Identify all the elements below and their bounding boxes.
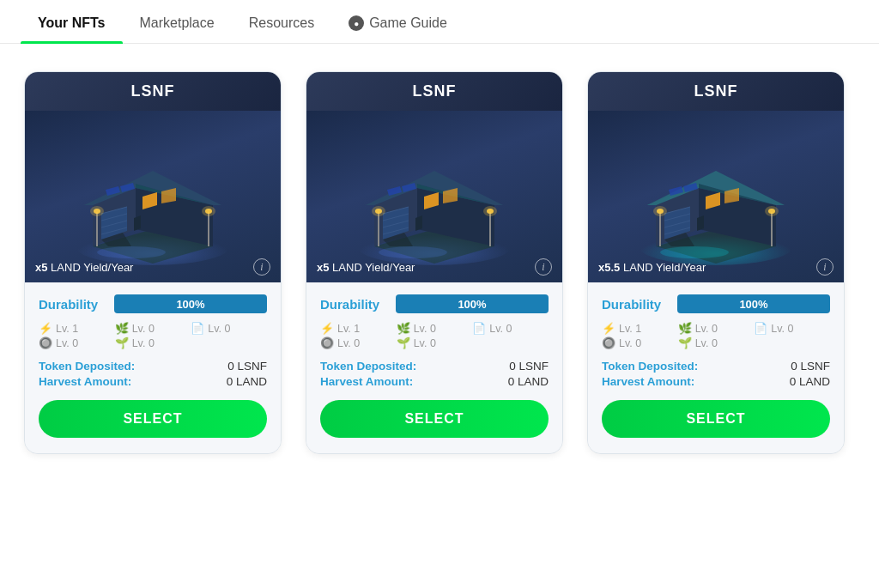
level-label-1-2: Lv. 0 — [132, 323, 155, 335]
nav-label-your-nfts: Your NFTs — [38, 15, 106, 30]
select-button-1[interactable]: SELECT — [39, 400, 267, 438]
yield-num-3: x5.5 — [598, 261, 620, 274]
token-deposited-label-2: Token Deposited: — [320, 360, 416, 373]
level-icon-3-2: 🌿 — [678, 322, 692, 335]
svg-marker-64 — [697, 215, 704, 231]
level-label-1-3: Lv. 0 — [208, 323, 230, 335]
svg-marker-39 — [415, 215, 422, 231]
level-icon-3-4: 🔘 — [602, 336, 615, 349]
harvest-amount-row-2: Harvest Amount: 0 LAND — [320, 375, 549, 388]
level-icon-1-1: ⚡ — [39, 322, 52, 335]
nft-card-2: LSNF — [306, 71, 563, 454]
harvest-amount-value-3: 0 LAND — [790, 375, 830, 388]
level-label-2-4: Lv. 0 — [337, 337, 360, 349]
level-item-2-4: 🔘 Lv. 0 — [320, 336, 397, 349]
level-item-1-3: 📄 Lv. 0 — [191, 322, 267, 335]
cards-container: LSNF — [0, 44, 879, 482]
info-icon-3[interactable]: i — [816, 258, 834, 276]
level-item-3-5: 🌱 Lv. 0 — [678, 336, 755, 349]
level-icon-3-5: 🌱 — [678, 336, 692, 349]
yield-num-2: x5 — [317, 261, 329, 274]
level-icon-1-2: 🌿 — [115, 322, 129, 335]
level-icon-1-4: 🔘 — [39, 336, 52, 349]
card-body-2: Durability 100% ⚡ Lv. 1 🌿 Lv. 0 — [306, 282, 562, 453]
level-label-3-1: Lv. 1 — [619, 323, 641, 335]
levels-grid-3: ⚡ Lv. 1 🌿 Lv. 0 📄 Lv. 0 🔘 — [602, 322, 830, 349]
durability-row-2: Durability 100% — [320, 294, 549, 313]
svg-marker-14 — [134, 215, 141, 231]
level-icon-3-1: ⚡ — [602, 322, 615, 335]
nav-item-resources[interactable]: Resources — [232, 0, 331, 43]
nav-item-game-guide[interactable]: ● Game Guide — [331, 0, 464, 43]
nav-label-game-guide: Game Guide — [369, 15, 447, 31]
level-icon-1-3: 📄 — [191, 322, 204, 335]
svg-point-22 — [97, 246, 166, 258]
card-title-1: LSNF — [131, 82, 175, 100]
token-info-3: Token Deposited: 0 LSNF Harvest Amount: … — [602, 360, 830, 388]
level-label-1-4: Lv. 0 — [56, 337, 78, 349]
nav-item-marketplace[interactable]: Marketplace — [123, 0, 232, 43]
token-info-1: Token Deposited: 0 LSNF Harvest Amount: … — [39, 360, 267, 388]
level-item-3-2: 🌿 Lv. 0 — [678, 322, 755, 335]
durability-label-1: Durability — [39, 297, 107, 312]
level-icon-1-5: 🌱 — [115, 336, 129, 349]
info-icon-2[interactable]: i — [535, 258, 552, 276]
level-icon-2-1: ⚡ — [320, 322, 334, 335]
svg-point-17 — [90, 206, 104, 216]
select-button-3[interactable]: SELECT — [602, 400, 830, 438]
token-deposited-row-2: Token Deposited: 0 LSNF — [320, 360, 549, 373]
levels-grid-2: ⚡ Lv. 1 🌿 Lv. 0 📄 Lv. 0 🔘 — [320, 322, 549, 349]
card-title-3: LSNF — [694, 82, 738, 100]
yield-label-2: LAND Yield/Year — [332, 261, 415, 274]
nav-label-resources: Resources — [249, 15, 314, 30]
level-label-3-5: Lv. 0 — [695, 337, 718, 349]
token-info-2: Token Deposited: 0 LSNF Harvest Amount: … — [320, 360, 549, 388]
svg-point-47 — [379, 246, 447, 258]
level-label-3-2: Lv. 0 — [695, 323, 718, 335]
harvest-amount-row-1: Harvest Amount: 0 LAND — [39, 375, 267, 388]
card-title-2: LSNF — [413, 82, 457, 100]
level-label-1-5: Lv. 0 — [132, 337, 155, 349]
token-deposited-label-1: Token Deposited: — [39, 360, 135, 373]
svg-point-72 — [660, 246, 729, 258]
yield-label-1: LAND Yield/Year — [51, 261, 133, 274]
token-deposited-row-1: Token Deposited: 0 LSNF — [39, 360, 267, 373]
durability-label-2: Durability — [320, 297, 389, 312]
level-icon-2-4: 🔘 — [320, 336, 334, 349]
card-body-3: Durability 100% ⚡ Lv. 1 🌿 Lv. 0 — [588, 282, 844, 453]
levels-grid-1: ⚡ Lv. 1 🌿 Lv. 0 📄 Lv. 0 🔘 — [39, 322, 267, 349]
durability-bar-3: 100% — [677, 294, 830, 313]
select-button-2[interactable]: SELECT — [320, 400, 549, 438]
yield-num-1: x5 — [35, 261, 47, 274]
durability-pct-3: 100% — [739, 298, 767, 311]
svg-point-67 — [653, 206, 667, 216]
token-deposited-row-3: Token Deposited: 0 LSNF — [602, 360, 830, 373]
card-header-3: LSNF — [588, 72, 844, 111]
level-icon-2-5: 🌱 — [397, 336, 410, 349]
info-icon-1[interactable]: i — [253, 258, 270, 276]
yield-badge-1: x5 LAND Yield/Year — [35, 261, 133, 274]
game-guide-icon: ● — [349, 15, 364, 31]
level-item-2-1: ⚡ Lv. 1 — [320, 322, 397, 335]
nft-card-1: LSNF — [24, 71, 282, 454]
level-item-3-4: 🔘 Lv. 0 — [602, 336, 678, 349]
level-icon-3-3: 📄 — [754, 322, 767, 335]
level-label-2-1: Lv. 1 — [337, 323, 360, 335]
harvest-amount-value-1: 0 LAND — [227, 375, 267, 388]
durability-row-1: Durability 100% — [39, 294, 267, 313]
svg-point-20 — [202, 206, 215, 216]
level-icon-2-2: 🌿 — [397, 322, 410, 335]
harvest-amount-label-1: Harvest Amount: — [39, 375, 131, 388]
durability-row-3: Durability 100% — [602, 294, 830, 313]
nav-label-marketplace: Marketplace — [140, 15, 215, 30]
card-image-3: x5.5 LAND Yield/Year i — [588, 111, 844, 282]
yield-badge-3: x5.5 LAND Yield/Year — [598, 261, 706, 274]
level-item-1-2: 🌿 Lv. 0 — [115, 322, 191, 335]
level-label-3-3: Lv. 0 — [771, 323, 793, 335]
level-item-1-1: ⚡ Lv. 1 — [39, 322, 115, 335]
nav-item-your-nfts[interactable]: Your NFTs — [21, 0, 123, 43]
level-item-1-4: 🔘 Lv. 0 — [39, 336, 115, 349]
level-item-2-5: 🌱 Lv. 0 — [397, 336, 473, 349]
token-deposited-label-3: Token Deposited: — [602, 360, 698, 373]
level-label-1-1: Lv. 1 — [56, 323, 78, 335]
